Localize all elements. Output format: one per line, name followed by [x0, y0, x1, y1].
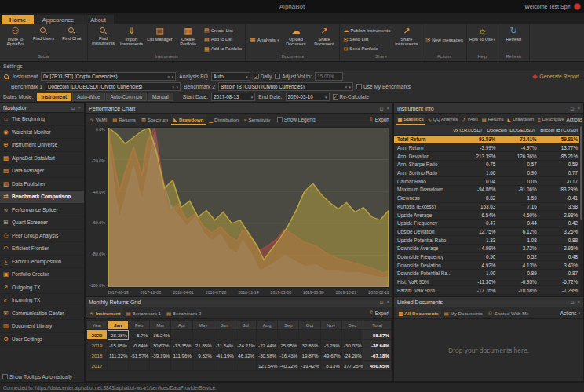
- stats-row-ann-sortino-ratio[interactable]: Ann. Sortino Ratio1.660.900.77: [394, 169, 583, 178]
- info-tab-statistics[interactable]: ▦Statistics: [396, 114, 425, 125]
- monthly-value-cell[interactable]: [150, 361, 171, 371]
- monthly-value-cell[interactable]: [214, 330, 235, 340]
- monthly-value-cell[interactable]: 19.87%: [299, 350, 320, 361]
- monthly-row-2018[interactable]: 2018111.22%-51.57%-39.19%111.96%9.32%-41…: [87, 350, 392, 361]
- info-actions-button[interactable]: Actions ▾: [567, 117, 584, 122]
- instrument-clear-icon[interactable]: ×: [167, 74, 170, 79]
- monthly-year-cell[interactable]: 2020: [87, 330, 108, 340]
- sidebar-item-data-manager[interactable]: ▤Data Manager: [0, 165, 84, 178]
- monthly-row-2020[interactable]: 2020-28.38%-5.7%-36.24%-58.87%: [87, 330, 392, 340]
- monthly-value-cell[interactable]: -24.28%: [341, 350, 363, 361]
- ribbon-button-analysis[interactable]: ▦Analysis▾: [247, 25, 281, 54]
- monthly-value-cell[interactable]: [171, 361, 192, 371]
- monthly-value-cell[interactable]: -41.19%: [214, 350, 235, 361]
- monthly-year-cell[interactable]: 2017: [87, 361, 108, 371]
- monthly-value-cell[interactable]: [299, 330, 320, 340]
- stats-scrollbar-thumb[interactable]: [580, 126, 582, 220]
- monthly-col-mar[interactable]: Mar: [150, 321, 171, 330]
- end-date-input[interactable]: 2020-03-10 ▾: [286, 93, 330, 101]
- stats-row-param-var-95[interactable]: Param. VaR 95%-17.76%-10.68%-7.29%: [394, 286, 583, 295]
- monthly-value-cell[interactable]: -15.05%: [108, 340, 129, 350]
- ribbon-button-how-to-use[interactable]: ☼How To Use?: [469, 25, 496, 54]
- sidebar-item-outgoing-tx[interactable]: ↗Outgoing TX: [0, 281, 84, 295]
- stats-column-header[interactable]: 0x [ZRXUSD]: [454, 128, 487, 132]
- user-avatar[interactable]: [574, 3, 581, 10]
- sidebar-item-watchlist-monitor[interactable]: ◉Watchlist Monitor: [0, 126, 84, 140]
- close-icon[interactable]: ×: [386, 106, 389, 111]
- monthly-value-cell[interactable]: 21.85%: [192, 340, 214, 350]
- sidebar-item-the-beginning[interactable]: ⌂The Beginning: [0, 113, 84, 126]
- ribbon-button-find-instruments[interactable]: Find Instruments: [89, 25, 117, 54]
- sidebar-item-data-publisher[interactable]: ▧Data Publisher: [0, 178, 84, 191]
- monthly-value-cell[interactable]: 111.96%: [171, 350, 192, 361]
- sidebar-item-performance-splicer[interactable]: ∿Performance Splicer: [0, 204, 84, 217]
- dates-mode-manual[interactable]: Manual: [148, 93, 173, 101]
- sidebar-item-peer-group-analysis[interactable]: ⚇Peer Group Analysis: [0, 230, 84, 243]
- monthly-value-cell[interactable]: [278, 330, 299, 340]
- monthly-value-cell[interactable]: -49.67%: [320, 350, 341, 361]
- sidebar-item-incoming-tx[interactable]: ↙Incoming TX: [0, 294, 84, 307]
- monthly-year-cell[interactable]: 2019: [87, 340, 108, 350]
- instrument-dropdown-icon[interactable]: ▾: [172, 74, 174, 79]
- ribbon-button-send-list[interactable]: ✉Send List: [343, 37, 390, 42]
- stats-column-header[interactable]: Dogecoin [DOGEUSD]: [487, 128, 541, 132]
- ribbon-button-refresh[interactable]: ↻Refresh: [500, 25, 527, 54]
- docs-tab-my-documents[interactable]: ▤My Documents: [441, 307, 485, 318]
- monthly-value-cell[interactable]: -11.64%: [214, 340, 235, 350]
- stats-row-upside-average[interactable]: Upside Average6.54%4.50%2.98%: [394, 211, 583, 220]
- monthly-value-cell[interactable]: [171, 330, 192, 340]
- pin-icon[interactable]: ⊡: [379, 299, 383, 305]
- info-tab-drawdown[interactable]: ◣Drawdown: [506, 114, 536, 125]
- monthly-row-2019[interactable]: 2019-15.05%-0.64%30.67%-13.35%21.85%-11.…: [87, 340, 392, 350]
- ribbon-button-import-instruments[interactable]: ⇓Import Instruments: [118, 25, 145, 54]
- monthly-col-total[interactable]: Total: [363, 321, 392, 330]
- chart-tab-sensitivity[interactable]: ≈Sensitivity: [242, 114, 273, 125]
- sidebar-item-factor-decomposition[interactable]: ∑Factor Decomposition: [0, 256, 84, 269]
- docs-actions-button[interactable]: Actions ▾: [560, 310, 582, 316]
- chart-tab-vami[interactable]: ∿VAMI: [87, 114, 110, 125]
- monthly-value-cell[interactable]: 121.54%: [257, 361, 278, 371]
- monthly-value-cell[interactable]: [129, 361, 150, 371]
- close-icon[interactable]: ×: [577, 106, 580, 111]
- monthly-value-cell[interactable]: -39.19%: [150, 350, 171, 361]
- monthly-value-cell[interactable]: 32.86%: [299, 340, 320, 350]
- monthly-value-cell[interactable]: [214, 361, 235, 371]
- close-icon[interactable]: ×: [577, 299, 580, 305]
- start-date-input[interactable]: 2017-08-13 ▾: [211, 93, 255, 101]
- benchmark2-combobox[interactable]: Bitcoin [BTCUSD] (Crypto Currencies) × ▾: [218, 82, 353, 91]
- show-tooltips-checkbox[interactable]: Show Tooltips Automatically: [2, 374, 72, 379]
- drawdown-chart[interactable]: [108, 127, 389, 288]
- monthly-value-cell[interactable]: -51.57%: [129, 350, 150, 361]
- info-tab-vami[interactable]: ↗VAMI: [460, 114, 480, 125]
- sidebar-item-communication-center[interactable]: ✉Communication Center: [0, 307, 84, 321]
- info-tab-returns[interactable]: ▤Returns: [480, 114, 506, 125]
- sidebar-item-benchmark-comparison[interactable]: ⇄Benchmark Comparison: [0, 191, 84, 204]
- show-legend-checkbox[interactable]: Show Legend: [277, 117, 316, 122]
- use-my-benchmarks-checkbox[interactable]: Use My Benchmarks: [356, 84, 411, 89]
- close-icon[interactable]: ×: [386, 299, 389, 305]
- close-icon[interactable]: ×: [78, 105, 81, 111]
- monthly-value-cell[interactable]: -30.07%: [341, 340, 363, 350]
- monthly-value-cell[interactable]: -30.58%: [257, 350, 278, 361]
- benchmark1-clear-icon[interactable]: ×: [172, 85, 175, 89]
- benchmark2-dropdown-icon[interactable]: ▾: [349, 85, 352, 89]
- benchmark2-clear-icon[interactable]: ×: [345, 85, 348, 89]
- chart-tab-distribution[interactable]: ▁Distribution: [206, 114, 242, 125]
- daily-checkbox-box[interactable]: [254, 74, 259, 79]
- monthly-value-cell[interactable]: -19.42%: [299, 361, 320, 371]
- dates-mode-auto-common[interactable]: Auto-Common: [106, 93, 148, 101]
- stats-row-ann-return[interactable]: Ann. Return-3.99%-4.97%13.77%: [394, 144, 583, 153]
- recalculate-checkbox[interactable]: Re-Calculate: [333, 94, 370, 100]
- show-legend-box[interactable]: [277, 117, 283, 122]
- daily-checkbox[interactable]: Daily: [254, 74, 272, 79]
- monthly-col-may[interactable]: May: [192, 321, 214, 330]
- monthly-value-cell[interactable]: -67.18%: [363, 350, 392, 361]
- sidebar-item-instrument-universe[interactable]: ⊕Instrument Universe: [0, 139, 84, 152]
- ribbon-button-add-to-list[interactable]: ▤Add to List: [204, 37, 242, 42]
- stats-row-upside-deviation[interactable]: Upside Deviation12.75%6.12%3.26%: [394, 228, 583, 237]
- pin-icon[interactable]: ⊡: [379, 106, 383, 111]
- generate-report-button[interactable]: ◆ Generate Report: [532, 73, 581, 80]
- monthly-value-cell[interactable]: [341, 330, 363, 340]
- monthly-value-cell[interactable]: [192, 361, 214, 371]
- ribbon-button-find-users[interactable]: Find Users: [30, 25, 57, 54]
